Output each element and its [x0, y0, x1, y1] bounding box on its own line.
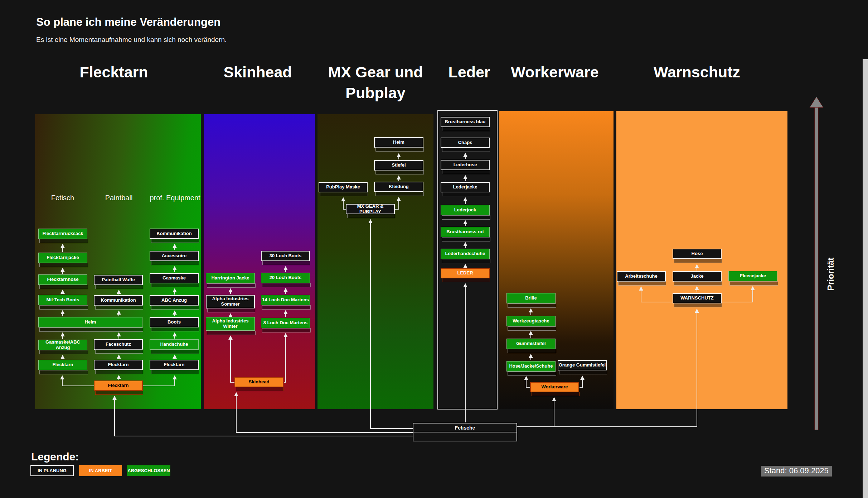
- column-title-workerware: Workerware: [511, 62, 598, 82]
- node-label: Stiefel: [392, 163, 406, 168]
- node-flecktarnrucksack[interactable]: Flecktarnrucksack: [38, 229, 87, 239]
- node-kommunikation[interactable]: Kommunikation: [94, 295, 143, 306]
- node-label: Chaps: [458, 140, 472, 145]
- node-jacke[interactable]: Jacke: [673, 271, 722, 282]
- node-orange-gummistiefel[interactable]: Orange Gummistiefel: [558, 360, 607, 370]
- legend-heading: Legende:: [31, 451, 79, 463]
- node-mx-gear-pubplay[interactable]: MX GEAR & PUBPLAY: [346, 204, 395, 214]
- node-fleecejacke[interactable]: Fleecejacke: [728, 271, 777, 281]
- subheader-fetisch: Fetisch: [51, 194, 74, 202]
- node-label: Werkzeugtasche: [513, 319, 549, 324]
- node-label: Alpha Industries Sommer: [207, 296, 254, 307]
- node-label: Fetische: [413, 423, 517, 432]
- node-label: Brustharness rot: [446, 229, 484, 235]
- node-kleidung[interactable]: Kleidung: [374, 182, 423, 192]
- column-title-warnschutz: Warnschutz: [654, 62, 740, 82]
- node-flecktarn[interactable]: Flecktarn: [150, 360, 199, 370]
- node-flecktarnjacke[interactable]: Flecktarnjacke: [38, 253, 87, 263]
- node-label: Gummistiefel: [516, 341, 545, 346]
- node-label: Helm: [393, 140, 404, 145]
- node-14-loch-doc-martens[interactable]: 14 Loch Doc Martens: [261, 295, 310, 305]
- subheader-prof-equipment: prof. Equipment: [150, 194, 200, 202]
- node-label: PubPlay Maske: [326, 185, 360, 190]
- node-label: Lederjock: [454, 207, 476, 213]
- node-fetische[interactable]: Fetische: [413, 423, 517, 441]
- node-label: Brille: [525, 296, 537, 301]
- node-pubplay-maske[interactable]: PubPlay Maske: [319, 182, 368, 192]
- node-skinhead[interactable]: Skinhead: [234, 377, 283, 387]
- node-leder[interactable]: LEDER: [441, 268, 490, 278]
- column-title-leder: Leder: [448, 62, 490, 82]
- node-brustharness-blau[interactable]: Brustharness blau: [441, 117, 490, 127]
- node-arbeitsschuhe[interactable]: Arbeitsschuhe: [617, 271, 666, 282]
- scrollbar-strip[interactable]: [863, 59, 868, 498]
- column-title-skinhead: Skinhead: [223, 62, 292, 82]
- node-label: WARNSCHUTZ: [680, 296, 713, 301]
- node-lederhose[interactable]: Lederhose: [441, 160, 490, 170]
- node-abc-anzug[interactable]: ABC Anzug: [150, 295, 199, 306]
- node-handschuhe[interactable]: Handschuhe: [150, 339, 199, 350]
- node-helm[interactable]: Helm: [374, 137, 423, 148]
- node-stiefel[interactable]: Stiefel: [374, 160, 423, 171]
- node-brustharness-rot[interactable]: Brustharness rot: [441, 227, 490, 237]
- node-label: Flecktarnhose: [47, 277, 78, 282]
- node-gasmaske[interactable]: Gasmaske: [150, 273, 199, 283]
- node-gummistiefel[interactable]: Gummistiefel: [506, 339, 556, 349]
- node-label: Workerware: [541, 384, 568, 390]
- node-paintball-waffe[interactable]: Paintball Waffe: [94, 275, 143, 285]
- node-label: Accessoire: [162, 253, 186, 259]
- node-chaps[interactable]: Chaps: [441, 138, 490, 148]
- node-alpha-industries-winter[interactable]: Alpha Industries Winter: [206, 317, 255, 331]
- node-faceschutz[interactable]: Faceschutz: [94, 339, 143, 350]
- priority-axis-label: Priorität: [824, 251, 837, 297]
- node-flecktarn[interactable]: Flecktarn: [94, 380, 143, 391]
- node-mil-tech-boots[interactable]: Mil-Tech Boots: [38, 295, 87, 305]
- node-label: 20 Loch Boots: [270, 275, 302, 281]
- node-gasmaske-abc-anzug[interactable]: Gasmaske/ABC Anzug: [38, 340, 87, 350]
- node-boots[interactable]: Boots: [150, 317, 199, 327]
- node-label: Gasmaske/ABC Anzug: [39, 340, 87, 350]
- node-flecktarn[interactable]: Flecktarn: [94, 360, 143, 370]
- node-accessoire[interactable]: Accessoire: [150, 251, 199, 261]
- node-label: Skinhead: [249, 379, 270, 385]
- node-label: Flecktarnrucksack: [42, 231, 83, 236]
- node-30-loch-boots[interactable]: 30 Loch Boots: [261, 251, 310, 261]
- node-flecktarn[interactable]: Flecktarn: [38, 360, 87, 370]
- node-label: Hose/Jacke/Schuhe: [509, 364, 553, 369]
- node-lederjacke[interactable]: Lederjacke: [441, 182, 490, 192]
- node-lederhandschuhe[interactable]: Lederhandschuhe: [441, 249, 490, 259]
- node-werkzeugtasche[interactable]: Werkzeugtasche: [506, 316, 556, 326]
- node-label: Flecktarn: [108, 362, 129, 368]
- node-label: 30 Loch Boots: [270, 253, 302, 259]
- node-label: Mil-Tech Boots: [46, 297, 79, 303]
- column-title-mx: MX Gear undPubplay: [328, 62, 423, 103]
- node-hose[interactable]: Hose: [673, 249, 722, 259]
- node-label: Flecktarn: [164, 362, 185, 368]
- node-label: Fleecejacke: [740, 273, 766, 279]
- node-lederjock[interactable]: Lederjock: [441, 205, 490, 215]
- column-title-flecktarn: Flecktarn: [79, 62, 148, 82]
- node-warnschutz[interactable]: WARNSCHUTZ: [673, 293, 722, 303]
- node-label: Boots: [168, 320, 181, 325]
- node-hose-jacke-schuhe[interactable]: Hose/Jacke/Schuhe: [506, 361, 556, 372]
- priority-arrow: [810, 97, 823, 430]
- node-label: Flecktarn: [108, 383, 129, 388]
- node-label: Orange Gummistiefel: [559, 363, 606, 368]
- node-label: Kleidung: [389, 184, 409, 190]
- node-helm[interactable]: Helm: [38, 317, 142, 327]
- node-label: Arbeitsschuhe: [625, 274, 657, 279]
- node-20-loch-boots[interactable]: 20 Loch Boots: [261, 273, 310, 283]
- node-workerware[interactable]: Workerware: [530, 382, 579, 392]
- node-label: ABC Anzug: [161, 298, 187, 303]
- node-label: Handschuhe: [160, 342, 188, 347]
- node-brille[interactable]: Brille: [506, 293, 556, 303]
- node-harrington-jacke[interactable]: Harrington Jacke: [206, 273, 255, 283]
- node-alpha-industries-sommer[interactable]: Alpha Industries Sommer: [206, 295, 255, 308]
- node-flecktarnhose[interactable]: Flecktarnhose: [38, 274, 87, 285]
- panel-mx: [317, 114, 433, 409]
- node-kommunikation[interactable]: Kommunikation: [150, 229, 199, 239]
- node-label: Paintball Waffe: [102, 277, 135, 283]
- node-8-loch-doc-martens[interactable]: 8 Loch Doc Martens: [261, 318, 310, 328]
- legend-item-in-planung: IN PLANUNG: [30, 465, 74, 476]
- node-label: Jacke: [690, 274, 703, 279]
